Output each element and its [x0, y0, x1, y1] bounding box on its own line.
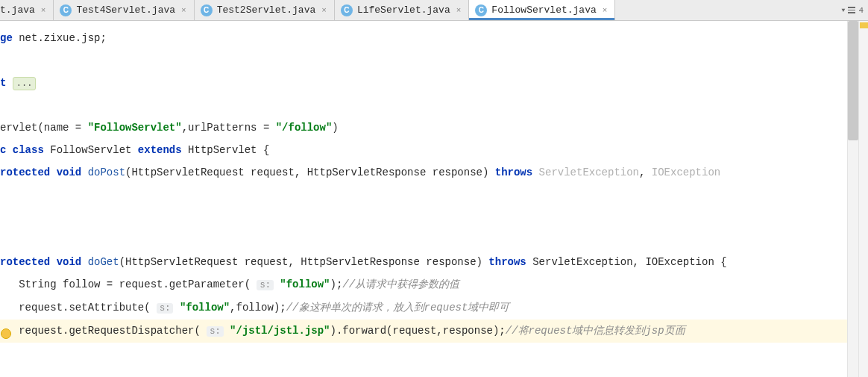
str-jstl-path: "/jstl/jstl.jsp"	[230, 325, 330, 337]
kw-void: void	[57, 166, 82, 178]
param-hint: s:	[257, 280, 273, 290]
stmt-getparam-head: String follow = request.getParameter(	[19, 278, 251, 290]
tab-followservlet[interactable]: C FollowServlet.java ×	[469, 0, 615, 20]
sig-params: (HttpServletRequest request, HttpServlet…	[119, 256, 482, 268]
class-name: FollowServlet	[50, 144, 131, 156]
exc-servlet: ServletException	[539, 166, 639, 178]
kw-protected: rotected	[0, 256, 50, 268]
import-fold[interactable]: ...	[13, 77, 37, 90]
tab-file-partial[interactable]: t.java ×	[0, 0, 54, 20]
super-class: HttpServlet	[188, 144, 257, 156]
str-url-pattern: "/follow"	[276, 122, 333, 134]
warning-marker[interactable]	[860, 22, 868, 28]
kw-class: class	[13, 144, 44, 156]
tab-test4servlet[interactable]: C Test4Servlet.java ×	[54, 0, 194, 20]
comment-getparam: //从请求中获得参数的值	[342, 278, 459, 290]
str-servlet-name: "FollowServlet"	[88, 122, 182, 134]
overview-ruler[interactable]	[858, 21, 868, 377]
code-editor[interactable]: ge net.zixue.jsp; t ... ervlet(name = "F…	[0, 21, 868, 377]
kw-throws: throws	[495, 166, 532, 178]
kw-import: t	[0, 77, 6, 89]
tabbar-overflow-controls[interactable]: ▼ 4	[837, 0, 868, 20]
kw-mod: c	[0, 144, 6, 156]
tab-test2servlet[interactable]: C Test2Servlet.java ×	[195, 0, 335, 20]
code-area[interactable]: ge net.zixue.jsp; t ... ervlet(name = "F…	[0, 24, 868, 343]
scrollbar-thumb[interactable]	[848, 21, 858, 140]
kw-void: void	[57, 256, 82, 268]
sig-params: (HttpServletRequest request, HttpServlet…	[125, 166, 488, 178]
kw-extends: extends	[138, 144, 182, 156]
brace: {	[263, 144, 269, 156]
stmt-dispatch-tail: ).forward(request,response);	[330, 325, 506, 337]
class-file-icon: C	[201, 4, 213, 16]
stmt-setattr-tail: ,follow);	[230, 302, 286, 314]
method-dopost: doPost	[88, 166, 125, 178]
tab-label: Test2Servlet.java	[217, 4, 316, 16]
tab-label: t.java	[0, 4, 35, 16]
exc-servlet: ServletException	[532, 256, 632, 268]
close-icon[interactable]: ×	[180, 6, 188, 15]
kw-package: ge	[0, 32, 13, 44]
chevron-down-icon[interactable]: ▼	[842, 7, 846, 13]
anno-prefix: ervlet	[0, 122, 37, 134]
method-doget: doGet	[88, 256, 119, 268]
param-hint: s:	[207, 326, 223, 337]
anno-name-attr: name =	[44, 122, 88, 134]
comment-setattr: //象这种单次的请求，放入到request域中即可	[286, 302, 510, 314]
list-icon[interactable]	[848, 7, 855, 13]
str-follow: "follow"	[180, 302, 230, 314]
hidden-tabs-count: 4	[858, 6, 864, 15]
exc-io: IOException	[652, 166, 720, 178]
vertical-scrollbar[interactable]	[847, 21, 858, 377]
close-icon[interactable]: ×	[320, 6, 328, 15]
pkg-path: net.zixue.jsp	[19, 32, 100, 44]
stmt-tail: );	[330, 278, 343, 290]
class-file-icon: C	[60, 4, 72, 16]
editor-tabbar: t.java × C Test4Servlet.java × C Test2Se…	[0, 0, 868, 21]
tab-label: Test4Servlet.java	[76, 4, 175, 16]
brace: {	[720, 256, 726, 268]
exc-io: IOException	[645, 256, 714, 268]
class-file-icon: C	[341, 4, 353, 16]
intention-bulb-icon[interactable]	[1, 328, 11, 339]
kw-throws: throws	[488, 256, 526, 268]
tab-label: LifeServlet.java	[357, 4, 450, 16]
tab-lifeservlet[interactable]: C LifeServlet.java ×	[335, 0, 469, 20]
close-icon[interactable]: ×	[455, 6, 463, 15]
stmt-dispatch-head: request.getRequestDispatcher(	[19, 325, 201, 337]
param-hint: s:	[157, 303, 173, 314]
class-file-icon: C	[475, 4, 487, 16]
stmt-setattr-head: request.setAttribute(	[19, 302, 150, 314]
kw-protected: rotected	[0, 166, 50, 178]
anno-url-attr: ,urlPatterns =	[182, 122, 276, 134]
comment-dispatch: //将request域中信息转发到jsp页面	[506, 325, 685, 337]
str-follow: "follow"	[280, 278, 330, 290]
tab-label: FollowServlet.java	[491, 4, 596, 16]
close-icon[interactable]: ×	[601, 6, 609, 15]
close-icon[interactable]: ×	[40, 6, 48, 15]
